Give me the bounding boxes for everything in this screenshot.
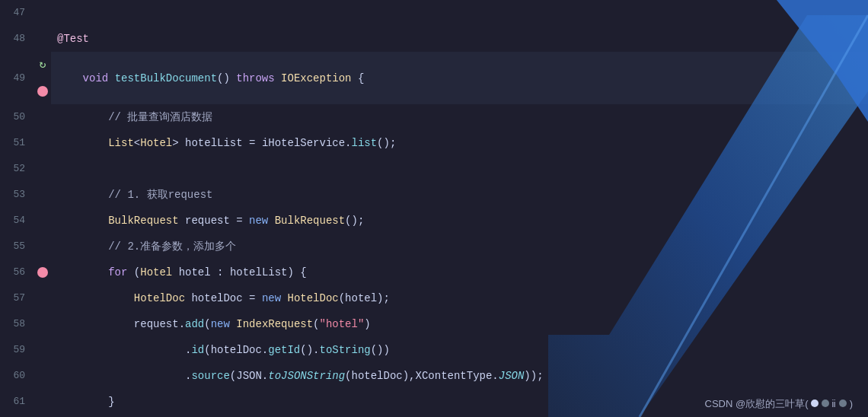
line-number: 47 (0, 0, 34, 26)
dot-3 (839, 399, 847, 407)
line-number: 58 (0, 311, 34, 337)
comment: // 2.准备参数，添加多个 (108, 240, 236, 253)
gutter-50 (34, 104, 51, 130)
line-number: 50 (0, 104, 34, 130)
table-row: 52 (0, 156, 868, 182)
comment: // 批量查询酒店数据 (108, 111, 212, 123)
code-line-47 (51, 0, 868, 26)
code-lines-table: 47 48 @Test 49 ↻ void testBulkDocument()… (0, 0, 868, 417)
code-line-54: BulkRequest request = new BulkRequest(); (51, 208, 868, 234)
code-line-48: @Test (51, 26, 868, 52)
table-row: 48 @Test (0, 26, 868, 52)
dot-1 (811, 399, 819, 407)
gutter-47 (34, 0, 51, 26)
line-number: 60 (0, 363, 34, 389)
dot-2 (822, 399, 829, 407)
code-editor: 47 48 @Test 49 ↻ void testBulkDocument()… (0, 0, 868, 417)
line-number: 61 (0, 389, 34, 415)
table-row: 51 List<Hotel> hotelList = iHotelService… (0, 130, 868, 156)
comment: // 1. 获取request (108, 189, 212, 201)
code-line-50: // 批量查询酒店数据 (51, 104, 868, 130)
table-row: 58 request.add(new IndexRequest("hotel") (0, 311, 868, 337)
gutter-48 (34, 26, 51, 52)
code-line-60: .source(JSON.toJSONString(hotelDoc),XCon… (51, 363, 868, 389)
table-row: 49 ↻ void testBulkDocument() throws IOEx… (0, 52, 868, 104)
line-number: 48 (0, 26, 34, 52)
gutter-54 (34, 208, 51, 234)
line-number: 53 (0, 182, 34, 208)
table-row: 57 HotelDoc hotelDoc = new HotelDoc(hote… (0, 285, 868, 311)
code-line-53: // 1. 获取request (51, 182, 868, 208)
line-number: 55 (0, 234, 34, 259)
keyword-void: void (83, 72, 115, 84)
table-row: 50 // 批量查询酒店数据 (0, 104, 868, 130)
gutter-57 (34, 285, 51, 311)
table-row: 47 (0, 0, 868, 26)
table-row: 53 // 1. 获取request (0, 182, 868, 208)
gutter-53 (34, 182, 51, 208)
gutter-52 (34, 156, 51, 182)
exception-class: IOException (281, 72, 351, 84)
code-indent (57, 72, 83, 84)
code-line-51: List<Hotel> hotelList = iHotelService.li… (51, 130, 868, 156)
code-line-52 (51, 156, 868, 182)
table-row: 56 for (Hotel hotel : hotelList) { (0, 259, 868, 285)
code-line-55: // 2.准备参数，添加多个 (51, 234, 868, 259)
line-number: 52 (0, 156, 34, 182)
gutter-55 (34, 234, 51, 259)
breakpoint-icon[interactable] (37, 86, 48, 97)
breakpoint-icon[interactable] (37, 267, 48, 278)
watermark-controls: ⅱ (831, 398, 836, 409)
watermark: CSDN @欣慰的三叶草( ⅱ ) (705, 397, 853, 411)
table-row: 55 // 2.准备参数，添加多个 (0, 234, 868, 259)
line-number: 51 (0, 130, 34, 156)
line-number: 49 (0, 52, 34, 104)
gutter-58 (34, 311, 51, 337)
code-line-57: HotelDoc hotelDoc = new HotelDoc(hotel); (51, 285, 868, 311)
gutter-61 (34, 389, 51, 415)
line-number: 54 (0, 208, 34, 234)
gutter-60 (34, 363, 51, 389)
keyword-throws: throws (236, 72, 281, 84)
line-number: 57 (0, 285, 34, 311)
code-line-59: .id(hotelDoc.getId().toString()) (51, 337, 868, 363)
gutter-56[interactable] (34, 259, 51, 285)
watermark-suffix: ) (850, 398, 853, 409)
gutter-49[interactable]: ↻ (34, 52, 51, 104)
annotation-test: @Test (57, 33, 89, 45)
run-icon[interactable]: ↻ (39, 53, 46, 78)
line-number: 56 (0, 259, 34, 285)
table-row: 60 .source(JSON.toJSONString(hotelDoc),X… (0, 363, 868, 389)
code-line-58: request.add(new IndexRequest("hotel") (51, 311, 868, 337)
table-row: 59 .id(hotelDoc.getId().toString()) (0, 337, 868, 363)
line-number: 59 (0, 337, 34, 363)
method-name: testBulkDocument (115, 72, 217, 84)
code-line-49: void testBulkDocument() throws IOExcepti… (51, 52, 868, 104)
code-line-56: for (Hotel hotel : hotelList) { (51, 259, 868, 285)
watermark-text: CSDN @欣慰的三叶草( (705, 398, 809, 409)
gutter-51 (34, 130, 51, 156)
table-row: 54 BulkRequest request = new BulkRequest… (0, 208, 868, 234)
gutter-59 (34, 337, 51, 363)
